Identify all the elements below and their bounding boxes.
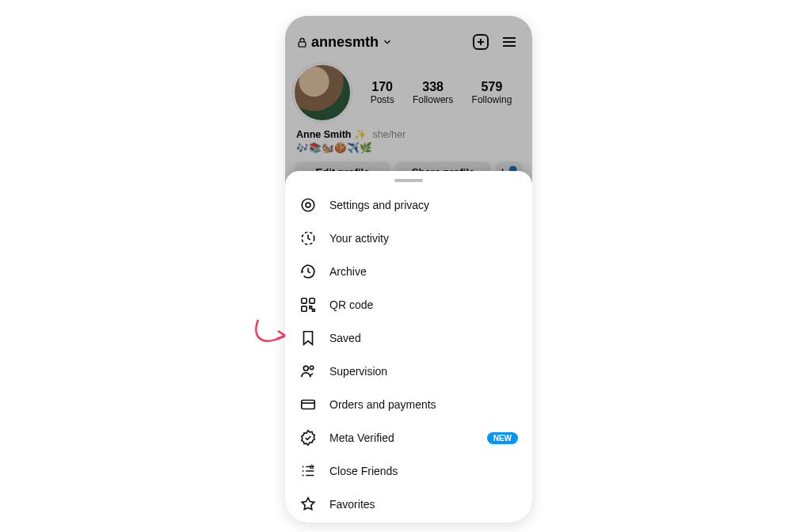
activity-icon <box>299 230 317 247</box>
menu-item-label: Meta Verified <box>329 431 394 444</box>
verified-icon <box>299 429 317 446</box>
star-icon <box>299 496 317 513</box>
menu-item-label: Close Friends <box>329 465 398 477</box>
bookmark-icon <box>299 329 317 347</box>
qr-code-icon <box>299 296 317 314</box>
svg-point-8 <box>306 203 310 207</box>
menu-item-label: Settings and privacy <box>329 199 429 211</box>
svg-point-7 <box>302 199 314 211</box>
menu-supervision[interactable]: Supervision <box>285 355 532 388</box>
menu-sheet: Settings and privacy Your activity Archi… <box>285 171 532 522</box>
menu-close-friends[interactable]: Close Friends <box>285 454 532 488</box>
menu-item-label: Archive <box>329 265 367 278</box>
svg-rect-12 <box>302 306 307 311</box>
svg-point-14 <box>310 366 313 369</box>
phone-frame: annesmth 170 Posts 338 Fol <box>285 16 532 522</box>
menu-item-label: Your activity <box>329 232 389 245</box>
supervision-icon <box>299 363 317 380</box>
menu-meta-verified[interactable]: Meta Verified NEW <box>285 421 532 454</box>
card-icon <box>299 396 317 413</box>
menu-favorites[interactable]: Favorites <box>285 488 532 521</box>
menu-qr-code[interactable]: QR code <box>285 288 532 321</box>
gear-icon <box>299 196 317 214</box>
svg-rect-11 <box>310 298 314 303</box>
menu-saved[interactable]: Saved <box>285 321 532 355</box>
menu-item-label: Saved <box>329 332 361 344</box>
menu-settings-privacy[interactable]: Settings and privacy <box>285 188 532 222</box>
menu-item-label: Orders and payments <box>329 398 436 411</box>
menu-item-label: QR code <box>329 298 373 311</box>
menu-archive[interactable]: Archive <box>285 255 532 288</box>
menu-your-activity[interactable]: Your activity <box>285 222 532 255</box>
svg-rect-10 <box>302 298 307 303</box>
archive-icon <box>299 263 317 280</box>
svg-point-13 <box>303 366 308 370</box>
sheet-grabber[interactable] <box>394 179 423 182</box>
svg-rect-15 <box>302 401 315 409</box>
menu-item-label: Supervision <box>329 365 387 378</box>
menu-item-label: Favorites <box>329 498 375 511</box>
new-badge: NEW <box>487 432 518 444</box>
close-friends-icon <box>299 462 317 480</box>
menu-orders-payments[interactable]: Orders and payments <box>285 388 532 421</box>
